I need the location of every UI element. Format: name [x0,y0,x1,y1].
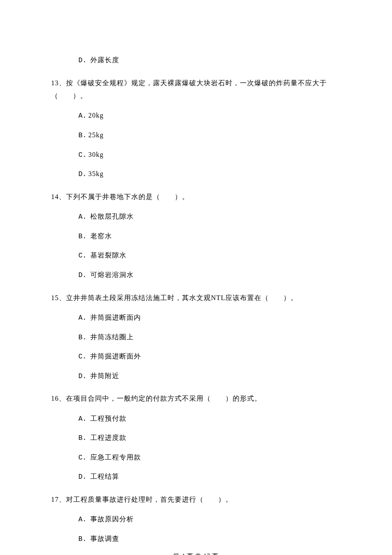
q14-stem: 14、下列不属于井巷地下水的是（ ）。 [51,191,341,203]
page-footer: 第 4 页 共 17 页 [0,552,392,555]
option-label: A. [78,112,86,120]
q13-option-c: C.30kg [78,149,341,161]
q17-stem: 17、对工程质量事故进行处理时，首先要进行（ ）。 [51,493,341,506]
option-label: D. [78,272,86,279]
q13-stem: 13、按《爆破安全规程》规定，露天裸露爆破大块岩石时，一次爆破的炸药量不应大于（… [51,77,341,103]
option-label: C. [78,454,86,462]
option-label: D. [78,473,86,481]
option-text: 老窑水 [90,232,112,240]
q17-option-b: B. 事故调查 [78,533,341,545]
option-label: C. [78,353,86,361]
q15-option-b: B. 井筒冻结圈上 [78,332,341,344]
option-label: B. [78,434,86,442]
option-label: B. [78,132,86,139]
option-text: 工程预付款 [90,415,127,422]
option-text: 井筒掘进断面外 [90,353,141,360]
option-text: 井筒掘进断面内 [90,314,141,321]
option-text: 工程结算 [90,473,119,480]
option-text: 可熔岩溶洞水 [90,271,134,278]
option-text: 事故调查 [90,535,119,542]
q16-stem: 16、在项目合同中，一般约定的付款方式不采用（ ）的形式。 [51,392,341,405]
q15-option-a: A. 井筒掘进断面内 [78,312,341,324]
option-label: D. [78,171,86,178]
q14-option-a: A. 松散层孔隙水 [78,211,341,223]
option-label: B. [78,535,86,543]
option-text: 松散层孔隙水 [90,213,134,220]
q16-option-c: C. 应急工程专用款 [78,452,341,464]
q13-option-d: D.35kg [78,168,341,180]
option-text: 30kg [88,151,104,158]
option-label: D. [78,373,86,380]
option-text: 应急工程专用款 [90,454,141,461]
document-page: D. 外露长度 13、按《爆破安全规程》规定，露天裸露爆破大块岩石时，一次爆破的… [0,0,392,555]
option-label: A. [78,314,86,322]
option-text: 20kg [88,112,104,119]
q15-option-c: C. 井筒掘进断面外 [78,351,341,363]
option-label: C. [78,252,86,260]
option-text: 25kg [88,131,104,139]
q14-option-c: C. 基岩裂隙水 [78,250,341,262]
option-label: B. [78,233,86,240]
option-label: A. [78,415,86,423]
q13-option-a: A.20kg [78,110,341,122]
option-label: A. [78,213,86,221]
q16-option-b: B. 工程进度款 [78,432,341,444]
q14-option-d: D. 可熔岩溶洞水 [78,269,341,281]
q17-option-a: A. 事故原因分析 [78,514,341,526]
option-text: 井筒冻结圈上 [90,333,134,341]
option-text: 35kg [88,170,104,177]
q16-option-a: A. 工程预付款 [78,413,341,425]
option-label: D. [78,57,86,64]
option-text: 工程进度款 [90,434,127,441]
q15-option-d: D. 井筒附近 [78,370,341,382]
option-label: C. [78,151,86,159]
q15-stem: 15、立井井筒表土段采用冻结法施工时，其水文观NTL应该布置在（ ）。 [51,292,341,304]
option-text: 事故原因分析 [90,515,134,523]
q14-option-b: B. 老窑水 [78,231,341,243]
option-text: 基岩裂隙水 [90,251,127,259]
q13-option-b: B.25kg [78,130,341,142]
option-label: A. [78,516,86,523]
q12-option-d: D. 外露长度 [78,55,341,66]
q16-option-d: D. 工程结算 [78,471,341,483]
option-label: B. [78,334,86,341]
option-text: 井筒附近 [90,372,119,379]
option-text: 外露长度 [90,56,119,64]
